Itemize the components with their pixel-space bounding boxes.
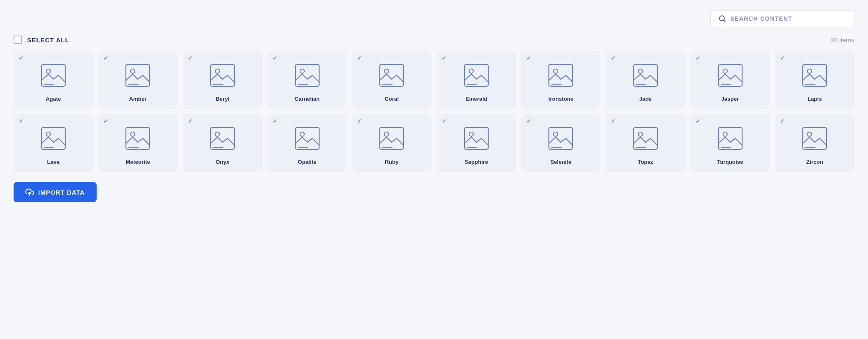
card-image-lapis	[799, 60, 830, 91]
card-label-jasper: Jasper	[721, 96, 739, 102]
card-image-zircon	[799, 123, 830, 154]
svg-rect-34	[634, 64, 657, 86]
card-label-turquoise: Turquoise	[717, 159, 743, 165]
check-mark-ruby: ✓	[357, 118, 362, 124]
search-placeholder: SEARCH CONTENT	[730, 15, 792, 22]
svg-rect-82	[803, 127, 826, 149]
card-item-ironstone[interactable]: ✓ Ironstone	[521, 51, 601, 109]
svg-rect-26	[465, 64, 488, 86]
card-label-jade: Jade	[639, 96, 652, 102]
card-item-coral[interactable]: ✓ Coral	[352, 51, 431, 109]
svg-point-43	[807, 69, 812, 73]
card-image-selenite	[545, 123, 576, 154]
svg-point-7	[46, 69, 50, 73]
svg-point-67	[469, 132, 473, 136]
card-label-coral: Coral	[385, 96, 399, 102]
card-label-agate: Agate	[46, 96, 61, 102]
import-data-button[interactable]: IMPORT DATA	[14, 182, 97, 202]
check-mark-turquoise: ✓	[696, 118, 700, 124]
card-item-selenite[interactable]: ✓ Selenite	[521, 114, 601, 172]
check-mark-emerald: ✓	[442, 55, 446, 61]
item-count: 20 items	[830, 36, 854, 44]
svg-rect-18	[295, 64, 319, 86]
card-item-zircon[interactable]: ✓ Zircon	[775, 114, 854, 172]
import-button-label: IMPORT DATA	[38, 189, 85, 196]
check-mark-amber: ✓	[103, 55, 108, 61]
check-mark-topaz: ✓	[611, 118, 615, 124]
upload-icon	[25, 188, 34, 196]
card-item-ruby[interactable]: ✓ Ruby	[352, 114, 431, 172]
card-image-opalite	[292, 123, 323, 154]
select-all-checkbox[interactable]	[14, 36, 22, 44]
card-item-carnelian[interactable]: ✓ Carnelian	[267, 51, 347, 109]
card-item-beryl[interactable]: ✓ Beryl	[183, 51, 262, 109]
card-item-jasper[interactable]: ✓ Jasper	[690, 51, 770, 109]
select-all-label: SELECT ALL	[27, 36, 69, 44]
svg-point-39	[723, 69, 727, 73]
svg-point-59	[300, 132, 304, 136]
svg-point-55	[215, 132, 220, 136]
card-item-meteorite[interactable]: ✓ Meteorite	[98, 114, 178, 172]
check-mark-meteorite: ✓	[103, 118, 108, 124]
check-mark-ironstone: ✓	[526, 55, 531, 61]
svg-line-5	[723, 20, 725, 21]
card-item-turquoise[interactable]: ✓ Turquoise	[690, 114, 770, 172]
card-item-opalite[interactable]: ✓ Opalite	[267, 114, 347, 172]
check-mark-opalite: ✓	[273, 118, 277, 124]
card-label-emerald: Emerald	[465, 96, 487, 102]
svg-point-79	[723, 132, 727, 136]
svg-rect-38	[718, 64, 742, 86]
check-mark-jade: ✓	[611, 55, 615, 61]
svg-point-35	[638, 69, 643, 73]
svg-point-15	[215, 69, 220, 73]
check-mark-beryl: ✓	[188, 55, 192, 61]
card-label-sapphire: Sapphire	[465, 159, 488, 165]
svg-point-19	[300, 69, 304, 73]
card-image-amber	[122, 60, 153, 91]
check-mark-carnelian: ✓	[273, 55, 277, 61]
card-image-carnelian	[292, 60, 323, 91]
card-label-meteorite: Meteorite	[125, 159, 150, 165]
check-mark-lava: ✓	[19, 118, 23, 124]
card-label-selenite: Selenite	[550, 159, 571, 165]
search-icon	[718, 15, 726, 22]
svg-point-11	[131, 69, 135, 73]
check-mark-lapis: ✓	[780, 55, 785, 61]
card-image-onyx	[207, 123, 238, 154]
card-item-topaz[interactable]: ✓ Topaz	[606, 114, 685, 172]
card-item-emerald[interactable]: ✓ Emerald	[437, 51, 516, 109]
card-item-jade[interactable]: ✓ Jade	[606, 51, 685, 109]
card-item-sapphire[interactable]: ✓ Sapphire	[437, 114, 516, 172]
items-grid: ✓ Agate ✓ Amber ✓ Beryl ✓	[14, 51, 854, 172]
card-label-carnelian: Carnelian	[295, 96, 320, 102]
card-label-zircon: Zircon	[806, 159, 823, 165]
card-image-ironstone	[545, 60, 576, 91]
svg-rect-6	[42, 64, 65, 86]
card-item-amber[interactable]: ✓ Amber	[98, 51, 178, 109]
check-mark-jasper: ✓	[696, 55, 700, 61]
svg-rect-78	[718, 127, 742, 149]
card-label-ruby: Ruby	[385, 159, 399, 165]
card-label-beryl: Beryl	[216, 96, 230, 102]
search-box[interactable]: SEARCH CONTENT	[710, 10, 854, 27]
svg-rect-50	[126, 127, 150, 149]
card-item-agate[interactable]: ✓ Agate	[14, 51, 93, 109]
svg-point-51	[131, 132, 135, 136]
card-item-lapis[interactable]: ✓ Lapis	[775, 51, 854, 109]
svg-point-71	[554, 132, 558, 136]
check-mark-sapphire: ✓	[442, 118, 446, 124]
svg-rect-54	[211, 127, 234, 149]
svg-point-75	[638, 132, 643, 136]
svg-point-23	[384, 69, 389, 73]
svg-point-47	[46, 132, 50, 136]
card-image-lava	[38, 123, 69, 154]
select-all-row: SELECT ALL 20 items	[14, 36, 854, 44]
card-item-lava[interactable]: ✓ Lava	[14, 114, 93, 172]
card-label-onyx: Onyx	[216, 159, 230, 165]
svg-point-83	[807, 132, 812, 136]
card-item-onyx[interactable]: ✓ Onyx	[183, 114, 262, 172]
svg-point-31	[554, 69, 558, 73]
check-mark-selenite: ✓	[526, 118, 531, 124]
svg-rect-74	[634, 127, 657, 149]
svg-rect-62	[380, 127, 403, 149]
